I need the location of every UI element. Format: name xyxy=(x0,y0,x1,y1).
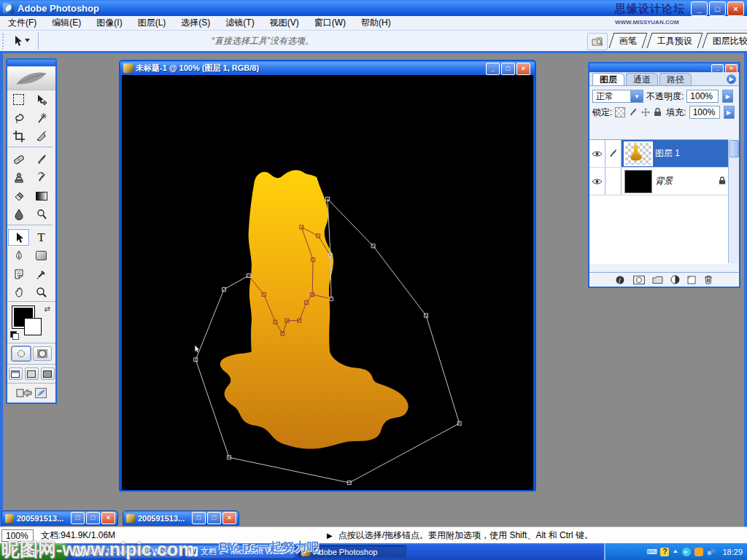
tool-lasso[interactable] xyxy=(7,109,30,127)
fill-spin-icon[interactable]: ▶ xyxy=(724,106,735,119)
tool-path-selection[interactable] xyxy=(7,228,30,246)
swap-colors-icon[interactable]: ⇄ xyxy=(44,305,50,313)
current-tool-button[interactable] xyxy=(9,33,34,49)
tab-layers[interactable]: 图层 xyxy=(592,73,624,85)
layer-row-background[interactable]: 背景 xyxy=(589,168,730,195)
tool-healing-brush[interactable] xyxy=(7,150,30,168)
doc-close-button[interactable]: × xyxy=(516,63,530,75)
menu-item-filter[interactable]: 滤镜(T) xyxy=(223,16,256,30)
input-method-icon[interactable]: ⌨ xyxy=(647,547,657,556)
lock-all-icon[interactable] xyxy=(654,108,662,117)
menu-item-image[interactable]: 图像(I) xyxy=(94,16,124,30)
file-browser-button[interactable] xyxy=(587,33,608,50)
tool-rectangular-marquee[interactable] xyxy=(7,90,30,109)
tool-magic-wand[interactable] xyxy=(30,109,53,127)
blend-mode-dropdown-icon[interactable]: ▼ xyxy=(630,90,643,102)
active-layer-cell[interactable] xyxy=(605,140,622,167)
tool-slice[interactable] xyxy=(30,127,53,145)
quick-mask-mode-button[interactable] xyxy=(33,346,52,361)
menu-item-edit[interactable]: 编辑(E) xyxy=(50,16,83,30)
tool-zoom[interactable] xyxy=(30,283,53,301)
add-mask-button[interactable] xyxy=(633,276,645,284)
tool-move[interactable] xyxy=(30,90,53,109)
mini-maximize-button[interactable]: □ xyxy=(86,512,100,524)
delete-layer-button[interactable] xyxy=(704,275,713,284)
hidden-icons-arrow[interactable] xyxy=(673,549,678,555)
tool-clone-stamp[interactable] xyxy=(7,168,30,187)
tool-crop[interactable] xyxy=(7,127,30,145)
tool-brush[interactable] xyxy=(30,150,53,168)
mini-restore-button[interactable]: □ xyxy=(71,512,85,524)
options-bar-grip[interactable] xyxy=(1,33,4,49)
adjustment-layer-button[interactable] xyxy=(670,275,680,284)
visibility-cell[interactable] xyxy=(589,168,605,195)
fullscreen-menubar-button[interactable] xyxy=(25,368,39,380)
fullscreen-button[interactable] xyxy=(41,368,55,380)
layers-panel-title-bar[interactable]: _ × xyxy=(589,63,739,72)
tool-eyedropper[interactable] xyxy=(30,265,53,283)
standard-mode-button[interactable] xyxy=(12,346,31,361)
tab-layer-comps[interactable]: 图层比较 xyxy=(703,33,747,48)
new-layer-button[interactable] xyxy=(687,276,697,284)
tool-eraser[interactable] xyxy=(7,187,30,205)
opacity-spin-icon[interactable]: ▶ xyxy=(722,90,733,103)
help-balloon-icon[interactable]: ? xyxy=(660,548,669,556)
mini-close-button[interactable]: × xyxy=(101,512,115,524)
layer-row-layer1[interactable]: 图层 1 xyxy=(589,140,730,168)
mini-restore-button[interactable]: □ xyxy=(192,512,206,524)
layers-list: 图层 1 背景 xyxy=(589,139,730,264)
menu-item-layer[interactable]: 图层(L) xyxy=(136,16,169,30)
layer-style-button[interactable]: f xyxy=(616,275,626,285)
blend-mode-select[interactable]: 正常 ▼ xyxy=(592,90,643,103)
background-thumbnail[interactable] xyxy=(624,170,652,193)
menu-item-select[interactable]: 选择(S) xyxy=(179,16,212,30)
default-colors-icon[interactable] xyxy=(10,331,19,340)
tool-hand[interactable] xyxy=(7,283,30,301)
messenger-icon[interactable] xyxy=(682,548,691,556)
tab-paths[interactable]: 路径 xyxy=(659,73,692,85)
menu-item-view[interactable]: 视图(V) xyxy=(268,16,301,30)
link-cell[interactable] xyxy=(605,168,622,195)
lock-position-icon[interactable] xyxy=(641,108,650,117)
tab-brushes[interactable]: 画笔 xyxy=(609,33,648,48)
status-menu-arrow-icon[interactable]: ▶ xyxy=(327,532,333,540)
layers-scrollbar[interactable] xyxy=(728,139,739,263)
lock-pixels-icon[interactable] xyxy=(629,108,638,117)
toolbox-title-bar[interactable] xyxy=(7,60,55,66)
tool-type[interactable]: T xyxy=(30,228,53,246)
panel-menu-button[interactable]: ▶ xyxy=(727,74,736,84)
tool-gradient[interactable] xyxy=(30,187,53,205)
background-color-swatch[interactable] xyxy=(24,318,42,335)
tool-history-brush[interactable] xyxy=(30,168,53,187)
menu-item-file[interactable]: 文件(F) xyxy=(6,16,39,30)
lock-transparency-icon[interactable] xyxy=(615,107,625,117)
menu-item-help[interactable]: 帮助(H) xyxy=(359,16,393,30)
fill-input[interactable]: 100% xyxy=(689,106,720,119)
doc-maximize-button[interactable]: □ xyxy=(501,63,515,75)
mini-close-button[interactable]: × xyxy=(222,512,236,524)
layer1-thumbnail[interactable] xyxy=(624,141,653,166)
opacity-input[interactable]: 100% xyxy=(686,90,719,103)
mini-maximize-button[interactable]: □ xyxy=(207,512,221,524)
visibility-cell[interactable] xyxy=(589,140,605,167)
minimized-document-2[interactable]: 200591513... □ □ × xyxy=(123,510,239,526)
canvas[interactable] xyxy=(122,75,533,490)
hand-icon xyxy=(13,287,25,298)
tab-channels[interactable]: 通道 xyxy=(626,73,658,85)
jump-to-imageready-button[interactable] xyxy=(16,387,47,399)
new-group-button[interactable] xyxy=(652,276,663,284)
tool-dodge[interactable] xyxy=(30,205,53,223)
minimized-document-1[interactable]: 200591513... □ □ × xyxy=(1,510,118,526)
scrollbar-thumb[interactable] xyxy=(729,140,739,158)
tool-shape[interactable] xyxy=(30,246,53,265)
network-icon[interactable] xyxy=(707,548,716,556)
tool-blur[interactable] xyxy=(7,205,30,223)
menu-item-window[interactable]: 窗口(W) xyxy=(312,16,348,30)
tab-tool-presets[interactable]: 工具预设 xyxy=(647,33,703,48)
doc-minimize-button[interactable]: _ xyxy=(486,63,500,75)
document-title-bar[interactable]: 未标题-1 @ 100% (图层 1, RGB/8) _ □ × xyxy=(120,61,535,75)
tool-notes[interactable] xyxy=(7,265,30,283)
tool-pen[interactable] xyxy=(7,246,30,265)
qq-icon[interactable] xyxy=(694,548,703,556)
standard-screen-button[interactable] xyxy=(9,368,23,380)
